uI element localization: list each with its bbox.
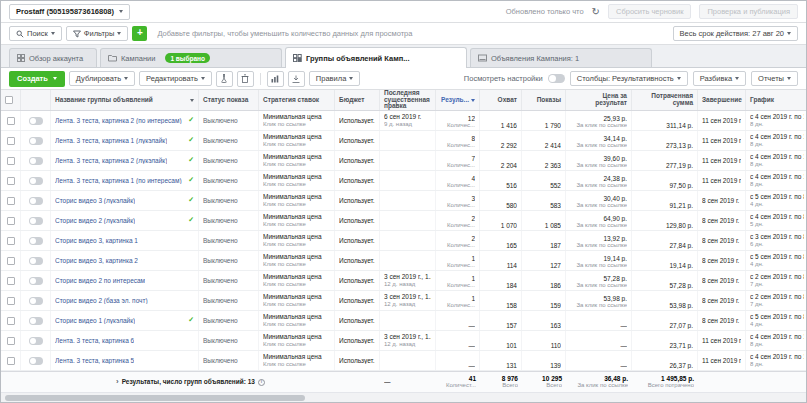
table-row[interactable]: Сторис видео 2 (база эл. почт) ✓ Выключе… <box>1 291 806 311</box>
delete-button[interactable] <box>237 71 254 87</box>
adset-name-link[interactable]: Лента. 3 теста, картинка 1 (по интересам… <box>55 177 182 184</box>
row-checkbox[interactable] <box>7 237 15 245</box>
header-last-edit[interactable]: Последняя существенная правка <box>380 90 436 110</box>
expand-chevron-icon[interactable]: › <box>116 377 119 386</box>
account-selector[interactable]: Prostaff (505195873616808) <box>9 4 130 20</box>
review-publish-button[interactable]: Проверка и публикация <box>699 4 798 19</box>
header-results[interactable]: Резуль... <box>436 90 480 110</box>
adset-toggle[interactable] <box>29 197 43 205</box>
adset-name-link[interactable]: Лента. 3 теста, картинка 2 (по интересам… <box>55 117 182 124</box>
adset-toggle[interactable] <box>29 257 43 265</box>
header-delivery-status[interactable]: Статус показа <box>199 90 259 110</box>
select-all-checkbox[interactable] <box>5 96 13 104</box>
budget-value: Использует... <box>339 217 375 224</box>
header-impressions[interactable]: Показы <box>522 90 566 110</box>
create-button[interactable]: Создать <box>9 71 65 87</box>
rules-button[interactable]: Правила <box>309 71 360 86</box>
adset-toggle[interactable] <box>29 177 43 185</box>
view-settings-toggle[interactable] <box>548 74 565 83</box>
edit-button[interactable]: Редактировать <box>139 71 212 86</box>
adset-toggle[interactable] <box>29 337 43 345</box>
adset-name-link[interactable]: Сторис видео 3 (лукэлайк) <box>55 197 135 204</box>
schedule-days: 7 дн. <box>750 281 804 288</box>
date-range-label: Весь срок действия: 27 авг 20 <box>680 29 784 38</box>
row-checkbox[interactable] <box>7 117 15 125</box>
adset-name-link[interactable]: Лента. 3 теста, картинка 1 (лукэлайк) <box>55 137 167 144</box>
adset-name-link[interactable]: Лента. 3 теста, картинка 2 (лукэлайк) <box>55 157 167 164</box>
row-checkbox[interactable] <box>7 357 15 365</box>
adset-toggle[interactable] <box>29 357 43 365</box>
table-row[interactable]: Сторис видео 1 (лукэлайк) ✓ Выключено Ми… <box>1 311 806 331</box>
adset-toggle[interactable] <box>29 157 43 165</box>
trash-icon <box>241 74 249 83</box>
row-checkbox[interactable] <box>7 297 15 305</box>
tab-ad-sets[interactable]: Группы объявлений Камп... <box>285 47 467 68</box>
tab-ads[interactable]: Объявления Кампания: 1 <box>470 48 652 67</box>
header-ends[interactable]: Завершение <box>698 90 746 110</box>
table-row[interactable]: Лента. 3 теста, картинка 2 (лукэлайк) ✓ … <box>1 151 806 171</box>
table-row[interactable]: Сторис видео 3, картинка 1 ✓ Выключено М… <box>1 231 806 251</box>
row-checkbox[interactable] <box>7 197 15 205</box>
row-checkbox[interactable] <box>7 277 15 285</box>
adset-name-link[interactable]: Сторис видео 2 (лукэлайк) <box>55 217 135 224</box>
table-row[interactable]: Лента. 3 теста, картинка 6 ✓ Выключено М… <box>1 331 806 351</box>
header-adset-name[interactable]: Название группы объявлений <box>51 90 199 110</box>
adset-toggle[interactable] <box>29 217 43 225</box>
tab-account-overview[interactable]: Обзор аккаунта <box>9 48 97 67</box>
adset-toggle[interactable] <box>29 117 43 125</box>
amount-spent-value: 311,14 р. <box>636 122 693 129</box>
header-reach[interactable]: Охват <box>480 90 522 110</box>
row-checkbox[interactable] <box>7 257 15 265</box>
refresh-icon[interactable]: ↻ <box>592 7 600 17</box>
inspect-chart-button[interactable] <box>267 71 284 87</box>
table-row[interactable]: Сторис видео 2 по интересам ✓ Выключено … <box>1 271 806 291</box>
table-row[interactable]: Лента. 3 теста, картинка 1 (по интересам… <box>1 171 806 191</box>
table-row[interactable]: Лента. 3 теста, картинка 1 (лукэлайк) ✓ … <box>1 131 806 151</box>
breakdown-button[interactable]: Разбивка <box>693 71 746 86</box>
duplicate-button[interactable]: Дублировать <box>69 71 135 86</box>
filters-button[interactable]: Фильтры <box>66 26 129 41</box>
adset-toggle[interactable] <box>29 277 43 285</box>
table-row[interactable]: Лента. 3 теста, картинка 2 (по интересам… <box>1 111 806 131</box>
row-checkbox[interactable] <box>7 217 15 225</box>
row-checkbox[interactable] <box>7 137 15 145</box>
schedule-range: с 4 сен 2019 г. по 8 сен 2019 г. <box>750 213 804 220</box>
adset-name-link[interactable]: Лента. 3 теста, картинка 6 <box>55 337 134 344</box>
info-icon[interactable]: i <box>258 379 265 386</box>
results-value: 7 <box>440 155 475 162</box>
reports-button[interactable]: Отчеты <box>751 71 798 86</box>
adset-name-link[interactable]: Лента. 3 теста, картинка 5 <box>55 357 134 364</box>
header-budget[interactable]: Бюджет <box>335 90 380 110</box>
header-bid-strategy[interactable]: Стратегия ставок <box>259 90 335 110</box>
adset-name-link[interactable]: Сторис видео 3, картинка 2 <box>55 257 138 264</box>
header-schedule[interactable]: График <box>746 90 807 110</box>
adset-toggle[interactable] <box>29 137 43 145</box>
table-row[interactable]: Сторис видео 3 (лукэлайк) ✓ Выключено Ми… <box>1 191 806 211</box>
adset-name-link[interactable]: Сторис видео 2 (база эл. почт) <box>55 297 148 304</box>
search-button[interactable]: Поиск <box>9 26 62 41</box>
horizontal-scrollbar[interactable] <box>1 392 806 402</box>
header-cost-per-result[interactable]: Цена за результат <box>566 90 632 110</box>
adset-toggle[interactable] <box>29 297 43 305</box>
scrollbar-thumb[interactable] <box>5 395 305 401</box>
row-checkbox[interactable] <box>7 177 15 185</box>
row-checkbox[interactable] <box>7 337 15 345</box>
ab-test-button[interactable] <box>216 71 233 87</box>
adset-name-link[interactable]: Сторис видео 2 по интересам <box>55 277 145 284</box>
header-amount-spent[interactable]: Потраченная сумма <box>632 90 698 110</box>
date-range-button[interactable]: Весь срок действия: 27 авг 20 <box>673 26 798 41</box>
row-checkbox[interactable] <box>7 157 15 165</box>
export-button[interactable] <box>288 71 305 87</box>
add-filter-button[interactable]: + <box>132 26 147 41</box>
adset-toggle[interactable] <box>29 237 43 245</box>
columns-button[interactable]: Столбцы: Результативность <box>570 71 688 86</box>
table-row[interactable]: Сторис видео 3, картинка 2 ✓ Выключено М… <box>1 251 806 271</box>
adset-name-link[interactable]: Сторис видео 1 (лукэлайк) <box>55 317 135 324</box>
row-checkbox[interactable] <box>7 317 15 325</box>
table-row[interactable]: Сторис видео 2 (лукэлайк) ✓ Выключено Ми… <box>1 211 806 231</box>
discard-draft-button[interactable]: Сбросить черновик <box>608 4 691 19</box>
adset-name-link[interactable]: Сторис видео 3, картинка 1 <box>55 237 138 244</box>
adset-toggle[interactable] <box>29 317 43 325</box>
table-row[interactable]: Лента. 3 теста, картинка 5 ✓ Выключено М… <box>1 351 806 371</box>
tab-campaigns[interactable]: Кампании 1 выбрано <box>100 48 282 67</box>
